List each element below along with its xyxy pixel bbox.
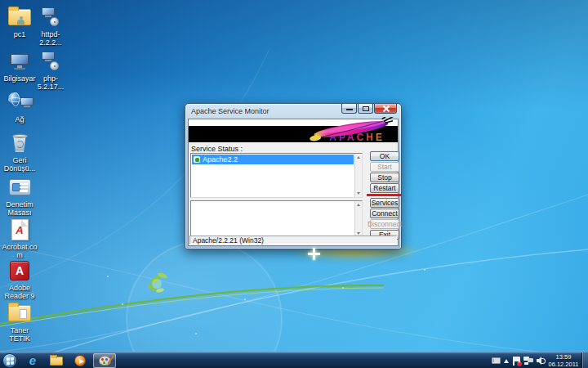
desktop-icon-httpd-installer[interactable]: httpd-2.2.2... — [31, 5, 70, 47]
service-list[interactable]: Apache2.2 — [190, 153, 363, 198]
control-panel-icon — [6, 175, 33, 200]
scrollbar-up-icon[interactable] — [356, 155, 362, 160]
icon-label: Denetim Masası — [0, 201, 39, 217]
desktop-icon-user-folder[interactable]: Taner TETİK — [0, 301, 39, 343]
icon-label: Geri Dönüşü... — [0, 157, 39, 173]
icon-label: php-5.2.17... — [31, 75, 70, 91]
recycle-bin-icon — [6, 131, 33, 155]
log-list[interactable] — [190, 200, 363, 238]
ok-button[interactable]: OK — [370, 151, 399, 161]
desktop-icon-adobe-reader[interactable]: Adobe Reader 9 — [0, 258, 39, 300]
scrollbar-up-icon[interactable] — [356, 202, 362, 208]
taskbar-media-player[interactable] — [74, 354, 87, 367]
services-button[interactable]: Services — [370, 198, 399, 208]
icon-label: Taner TETİK — [0, 327, 39, 343]
desktop-icon-php-installer[interactable]: php-5.2.17... — [31, 49, 70, 91]
internet-explorer-icon: e — [29, 355, 36, 366]
maximize-icon — [363, 106, 369, 111]
icon-label: Adobe Reader 9 — [0, 285, 39, 300]
restart-annotation-underline — [367, 194, 402, 196]
icon-label: httpd-2.2.2... — [31, 31, 70, 47]
icon-label: Ağ — [15, 116, 24, 124]
network-icon[interactable] — [523, 357, 533, 366]
volume-icon[interactable] — [537, 357, 546, 365]
keyboard-icon[interactable] — [492, 357, 501, 364]
taskbar-paint-active[interactable] — [93, 353, 116, 368]
show-hidden-icons-icon[interactable] — [504, 357, 509, 363]
log-list-scrollbar[interactable] — [354, 201, 362, 237]
desktop: pc1 httpd-2.2.2... Bilgisayar php-5.2.17… — [0, 0, 588, 368]
start-button[interactable] — [2, 353, 17, 368]
system-tray — [492, 352, 546, 368]
connect-button[interactable]: Connect — [370, 209, 399, 218]
folder-icon — [50, 357, 63, 366]
service-name: Apache2.2 — [203, 155, 238, 164]
clock-time: 13:59 — [546, 353, 581, 361]
computer-icon — [6, 49, 33, 74]
close-icon — [382, 105, 390, 112]
show-desktop-button[interactable] — [581, 352, 588, 368]
installer-icon — [37, 49, 65, 74]
stop-button[interactable]: Stop — [370, 173, 399, 182]
service-row-selected[interactable]: Apache2.2 — [192, 155, 354, 164]
windows-logo-icon — [7, 357, 14, 366]
media-player-icon — [74, 355, 86, 366]
folder-icon — [6, 301, 33, 325]
clock-date: 06.12.2011 — [546, 361, 581, 368]
disconnect-button[interactable]: Disconnect — [370, 219, 399, 229]
apache-service-monitor-window: Apache Service Monitor APACHE — [185, 103, 402, 249]
minimize-icon — [346, 109, 353, 110]
scrollbar-down-icon[interactable] — [356, 191, 362, 196]
action-center-alert-icon[interactable] — [512, 357, 520, 366]
acrobat-com-icon — [6, 218, 33, 242]
desktop-icon-control-panel[interactable]: Denetim Masası — [0, 175, 39, 217]
crosshair-cursor — [308, 248, 320, 260]
adobe-reader-icon — [6, 258, 33, 283]
icon-label: pc1 — [14, 31, 26, 39]
status-bar: Apache/2.2.21 (Win32) — [189, 236, 397, 245]
window-title: Apache Service Monitor — [191, 107, 270, 115]
icon-label: Acrobat.com — [0, 244, 39, 259]
restart-button[interactable]: Restart — [370, 183, 399, 193]
taskbar-internet-explorer[interactable]: e — [26, 354, 39, 367]
desktop-icon-network[interactable]: Ağ — [0, 90, 39, 124]
service-list-scrollbar[interactable] — [354, 154, 362, 197]
window-titlebar[interactable]: Apache Service Monitor — [185, 104, 401, 118]
taskbar: e 13:59 06.12.2011 — [0, 352, 588, 368]
taskbar-clock[interactable]: 13:59 06.12.2011 — [546, 353, 581, 368]
service-status-label: Service Status : — [191, 145, 243, 153]
apache-feather-icon — [305, 117, 396, 141]
desktop-icon-recycle-bin[interactable]: Geri Dönüşü... — [0, 131, 39, 173]
taskbar-windows-explorer[interactable] — [50, 354, 63, 367]
maximize-button[interactable] — [358, 104, 373, 114]
shared-folder-icon — [6, 5, 33, 29]
service-running-icon — [194, 156, 200, 163]
start-button[interactable]: Start — [370, 162, 399, 172]
close-button[interactable] — [374, 104, 397, 114]
window-client-area: APACHE — [188, 119, 399, 246]
paint-icon — [99, 356, 111, 366]
vine-leaves — [147, 272, 168, 294]
minimize-button[interactable] — [341, 104, 357, 114]
network-icon — [6, 90, 33, 114]
desktop-icon-acrobat-com[interactable]: Acrobat.com — [0, 218, 39, 259]
installer-icon — [37, 5, 65, 29]
